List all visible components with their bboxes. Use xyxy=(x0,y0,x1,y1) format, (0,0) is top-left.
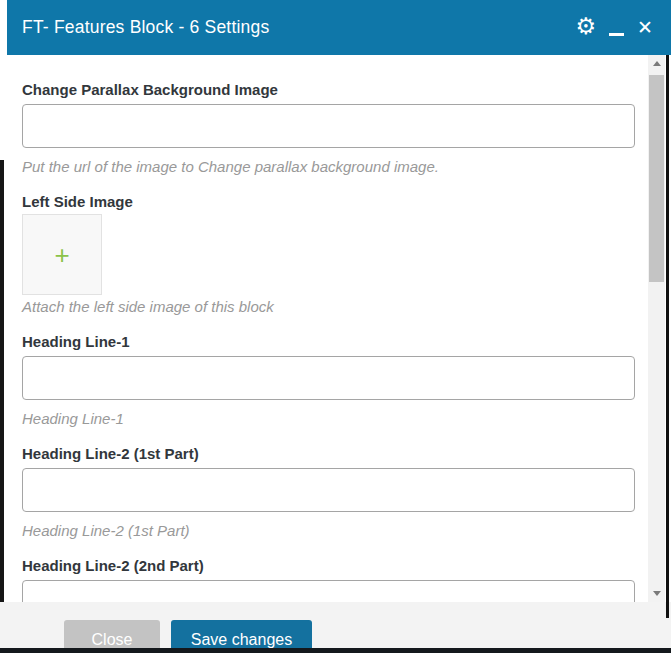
dialog-titlebar: FT- Features Block - 6 Settings ⚙ ✕ xyxy=(7,0,671,55)
vertical-scrollbar[interactable] xyxy=(648,55,665,602)
dialog-footer: Close Save changes xyxy=(0,602,671,653)
field-parallax-background: Change Parallax Background Image Put the… xyxy=(22,82,635,176)
triangle-down-icon xyxy=(653,591,661,596)
field-help-text: Heading Line-1 xyxy=(22,410,635,428)
field-heading-line-2-second: Heading Line-2 (2nd Part) xyxy=(22,558,635,602)
field-label: Change Parallax Background Image xyxy=(22,82,635,97)
backdrop-bottom-sliver xyxy=(0,648,671,653)
heading-line-2-second-input[interactable] xyxy=(22,580,635,602)
titlebar-controls: ⚙ ✕ xyxy=(575,0,653,55)
scrollbar-thumb[interactable] xyxy=(649,75,664,282)
field-help-text: Attach the left side image of this block xyxy=(22,298,635,316)
field-label: Heading Line-2 (1st Part) xyxy=(22,446,635,461)
settings-form: Change Parallax Background Image Put the… xyxy=(0,55,648,602)
field-heading-line-2-first: Heading Line-2 (1st Part) Heading Line-2… xyxy=(22,446,635,540)
heading-line-1-input[interactable] xyxy=(22,356,635,400)
field-help-text: Heading Line-2 (1st Part) xyxy=(22,522,635,540)
image-upload-tile[interactable]: + xyxy=(22,214,102,295)
gear-icon[interactable]: ⚙ xyxy=(575,15,596,38)
heading-line-2-first-input[interactable] xyxy=(22,468,635,512)
add-image-plus-icon: + xyxy=(54,242,69,268)
widget-settings-dialog: FT- Features Block - 6 Settings ⚙ ✕ Chan… xyxy=(0,0,671,653)
field-heading-line-1: Heading Line-1 Heading Line-1 xyxy=(22,334,635,428)
dialog-title: FT- Features Block - 6 Settings xyxy=(22,17,269,38)
close-icon[interactable]: ✕ xyxy=(637,18,653,37)
field-label: Left Side Image xyxy=(22,194,635,209)
scroll-up-arrow[interactable] xyxy=(648,55,665,72)
triangle-up-icon xyxy=(653,61,661,66)
field-label: Heading Line-1 xyxy=(22,334,635,349)
minimize-icon[interactable] xyxy=(609,33,624,36)
field-left-side-image: Left Side Image + Attach the left side i… xyxy=(22,194,635,316)
backdrop-right-sliver xyxy=(666,55,669,618)
field-help-text: Put the url of the image to Change paral… xyxy=(22,158,635,176)
scroll-down-arrow[interactable] xyxy=(648,585,665,602)
parallax-background-input[interactable] xyxy=(22,104,635,148)
field-label: Heading Line-2 (2nd Part) xyxy=(22,558,635,573)
backdrop-left-sliver xyxy=(0,160,4,602)
